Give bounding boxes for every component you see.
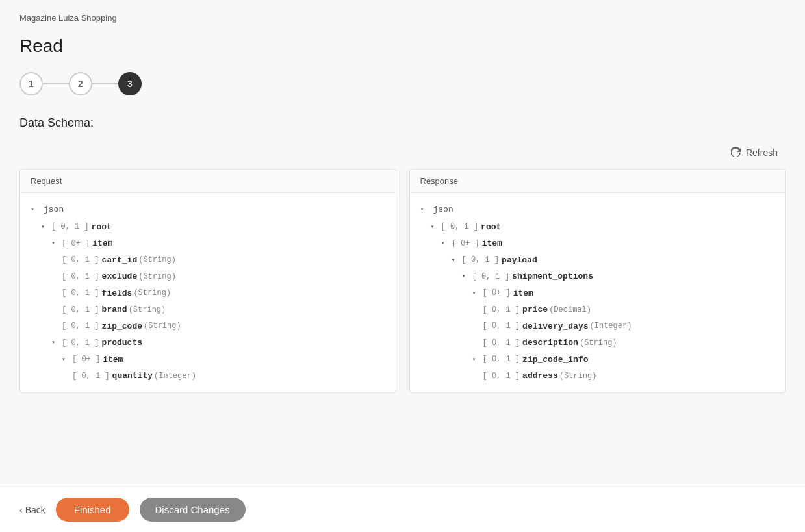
response-json-label: ▾ json	[420, 201, 775, 219]
chevron-products-req[interactable]: ▾	[51, 338, 59, 348]
response-price: [ 0, 1 ] price (Decimal)	[420, 301, 775, 318]
request-json-label: ▾ json	[31, 201, 385, 219]
request-panel: Request ▾ json ▾ [ 0, 1 ] root ▾ [ 0+ ]	[19, 169, 396, 393]
chevron-root-req[interactable]: ▾	[41, 222, 49, 232]
back-label: Back	[25, 505, 45, 515]
chevron-json-req[interactable]: ▾	[31, 205, 38, 214]
request-brand: [ 0, 1 ] brand (String)	[31, 301, 385, 318]
request-quantity: [ 0, 1 ] quantity (Integer)	[31, 368, 385, 385]
refresh-icon	[730, 147, 742, 158]
chevron-zip-info-resp[interactable]: ▾	[472, 355, 480, 364]
step-line-1	[43, 83, 69, 84]
bottom-bar: ‹ Back Finished Discard Changes	[0, 487, 805, 532]
steps-container: 1 2 3	[19, 72, 786, 95]
response-shipment-options: ▾ [ 0, 1 ] shipment_options	[420, 268, 775, 285]
request-exclude: [ 0, 1 ] exclude (String)	[31, 268, 385, 285]
request-zip-code: [ 0, 1 ] zip_code (String)	[31, 318, 385, 335]
request-content: ▾ json ▾ [ 0, 1 ] root ▾ [ 0+ ] item	[20, 193, 396, 392]
chevron-json-resp[interactable]: ▾	[420, 205, 428, 214]
response-root: ▾ [ 0, 1 ] root	[420, 219, 775, 236]
back-button[interactable]: ‹ Back	[19, 505, 45, 515]
refresh-bar: Refresh	[19, 143, 786, 162]
schema-panels: Request ▾ json ▾ [ 0, 1 ] root ▾ [ 0+ ]	[19, 169, 786, 393]
breadcrumb: Magazine Luiza Shopping	[19, 13, 786, 23]
step-3[interactable]: 3	[118, 72, 142, 95]
chevron-item-req[interactable]: ▾	[51, 238, 59, 248]
response-header: Response	[410, 170, 786, 193]
request-products-item: ▾ [ 0+ ] item	[31, 351, 385, 368]
request-root: ▾ [ 0, 1 ] root	[31, 219, 385, 236]
finished-button[interactable]: Finished	[56, 498, 129, 522]
back-chevron-icon: ‹	[19, 505, 23, 515]
step-1[interactable]: 1	[19, 72, 43, 95]
response-address: [ 0, 1 ] address (String)	[420, 368, 775, 385]
request-cart-id: [ 0, 1 ] cart_id (String)	[31, 252, 385, 269]
chevron-root-resp[interactable]: ▾	[431, 222, 439, 232]
refresh-label: Refresh	[746, 147, 778, 158]
chevron-item-resp[interactable]: ▾	[441, 238, 449, 248]
request-products: ▾ [ 0, 1 ] products	[31, 335, 385, 351]
response-payload: ▾ [ 0, 1 ] payload	[420, 252, 775, 269]
step-line-2	[92, 83, 118, 84]
response-shipment-item: ▾ [ 0+ ] item	[420, 285, 775, 302]
response-content: ▾ json ▾ [ 0, 1 ] root ▾ [ 0+ ] item	[410, 193, 786, 392]
request-fields: [ 0, 1 ] fields (String)	[31, 285, 385, 302]
page-title: Read	[19, 36, 786, 57]
request-header: Request	[20, 170, 396, 193]
request-item-1: ▾ [ 0+ ] item	[31, 235, 385, 252]
discard-button[interactable]: Discard Changes	[140, 498, 246, 522]
chevron-shipment-resp[interactable]: ▾	[462, 272, 470, 281]
response-delivery-days: [ 0, 1 ] delivery_days (Integer)	[420, 318, 775, 335]
response-description: [ 0, 1 ] description (String)	[420, 335, 775, 351]
refresh-button[interactable]: Refresh	[722, 143, 786, 162]
chevron-shipment-item-resp[interactable]: ▾	[472, 288, 480, 298]
breadcrumb-link[interactable]: Magazine Luiza Shopping	[19, 13, 117, 23]
response-zip-code-info: ▾ [ 0, 1 ] zip_code_info	[420, 351, 775, 368]
data-schema-title: Data Schema:	[19, 116, 786, 130]
chevron-payload-resp[interactable]: ▾	[452, 255, 459, 265]
step-2[interactable]: 2	[69, 72, 92, 95]
response-panel: Response ▾ json ▾ [ 0, 1 ] root ▾ [ 0+ ]	[409, 169, 786, 393]
chevron-products-item-req[interactable]: ▾	[62, 355, 70, 364]
response-item-1: ▾ [ 0+ ] item	[420, 235, 775, 252]
